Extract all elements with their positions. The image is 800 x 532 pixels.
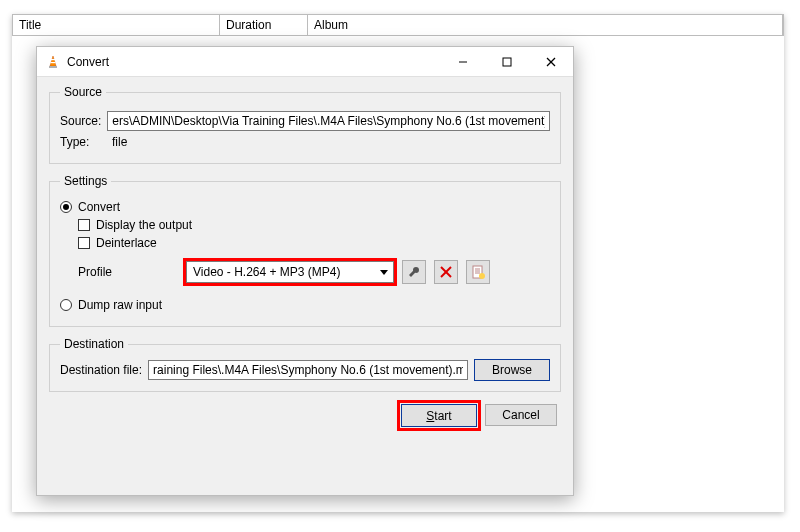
svg-rect-2 [51,59,55,60]
close-button[interactable] [529,47,573,77]
svg-rect-3 [51,62,56,63]
deinterlace-checkbox[interactable]: Deinterlace [78,236,550,250]
profile-label: Profile [78,265,178,279]
titlebar: Convert [37,47,573,77]
profile-value: Video - H.264 + MP3 (MP4) [187,265,375,279]
minimize-button[interactable] [441,47,485,77]
profile-select[interactable]: Video - H.264 + MP3 (MP4) [186,261,394,283]
source-label: Source: [60,114,101,128]
svg-rect-1 [49,66,57,68]
main-window: Title Duration Album Convert [12,14,784,512]
radio-icon [60,201,72,213]
convert-radio-label: Convert [78,200,120,214]
maximize-button[interactable] [485,47,529,77]
start-button[interactable]: Start [401,404,477,427]
column-duration[interactable]: Duration [220,15,308,35]
source-legend: Source [60,85,106,99]
convert-radio[interactable]: Convert [60,200,550,214]
dump-raw-radio[interactable]: Dump raw input [60,298,550,312]
edit-profile-button[interactable] [402,260,426,284]
checkbox-icon [78,237,90,249]
wrench-icon [407,265,421,279]
type-label: Type: [60,135,102,149]
deinterlace-label: Deinterlace [96,236,157,250]
start-button-label: Start [426,409,451,423]
radio-icon [60,299,72,311]
column-title[interactable]: Title [13,15,220,35]
svg-rect-5 [503,58,511,66]
svg-point-15 [479,273,485,279]
dialog-body: Source Source: Type: file Settings Conve… [37,77,573,437]
destination-group: Destination Destination file: Browse [49,337,561,392]
settings-group: Settings Convert Display the output Dein… [49,174,561,327]
window-controls [441,47,573,77]
svg-marker-8 [380,270,388,275]
dialog-footer: Start Cancel [49,402,561,427]
display-output-label: Display the output [96,218,192,232]
checkbox-icon [78,219,90,231]
browse-button[interactable]: Browse [474,359,550,381]
destination-legend: Destination [60,337,128,351]
vlc-cone-icon [45,54,61,70]
column-album[interactable]: Album [308,15,783,35]
new-profile-button[interactable] [466,260,490,284]
playlist-columns-header: Title Duration Album [12,14,784,36]
destination-file-label: Destination file: [60,363,142,377]
delete-profile-button[interactable] [434,260,458,284]
source-group: Source Source: Type: file [49,85,561,164]
dump-raw-label: Dump raw input [78,298,162,312]
svg-marker-0 [50,56,56,66]
dialog-title: Convert [67,55,109,69]
convert-dialog: Convert Source S [36,46,574,496]
settings-legend: Settings [60,174,111,188]
type-value: file [108,135,127,149]
destination-file-input[interactable] [148,360,468,380]
chevron-down-icon [375,262,393,282]
cancel-button[interactable]: Cancel [485,404,557,426]
display-output-checkbox[interactable]: Display the output [78,218,550,232]
delete-icon [440,266,452,278]
new-profile-icon [471,265,485,279]
source-input[interactable] [107,111,550,131]
